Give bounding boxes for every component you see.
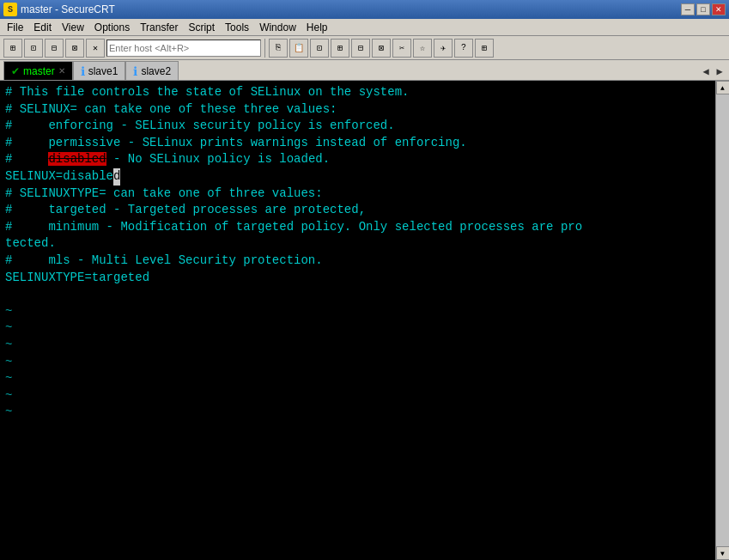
scrollbar-track[interactable] [716,94,729,546]
toolbar-btn-12[interactable]: ✈ [434,39,453,58]
line-tilde-4: ~ [5,354,710,371]
toolbar-btn-4[interactable]: ⊠ [65,39,84,58]
menu-script[interactable]: Script [183,21,220,34]
toolbar-btn-1[interactable]: ⊞ [3,39,22,58]
toolbar-btn-3[interactable]: ⊟ [45,39,64,58]
line-5: # disabled - No SELinux policy is loaded… [5,151,710,168]
toolbar-btn-9[interactable]: ⊠ [372,39,391,58]
toolbar-btn-paste[interactable]: 📋 [289,39,308,58]
title-bar: S master - SecureCRT ─ □ ✕ [0,0,729,19]
tab-slave2[interactable]: ℹ slave2 [125,61,179,80]
menu-options[interactable]: Options [89,21,135,34]
line-8: # targeted - Targeted processes are prot… [5,202,710,219]
menu-view[interactable]: View [57,21,89,34]
line-tilde-6: ~ [5,387,710,405]
tab-slave1[interactable]: ℹ slave1 [73,61,126,80]
scrollbar-down-btn[interactable]: ▼ [716,546,730,560]
toolbar-btn-10[interactable]: ✂ [392,39,411,58]
toolbar-btn-2[interactable]: ⊡ [24,39,43,58]
line-tilde-2: ~ [5,320,710,337]
tab-nav: ◀ ▶ [700,64,726,80]
title-bar-buttons: ─ □ ✕ [681,3,726,15]
app-icon: S [3,3,17,16]
toolbar-btn-13[interactable]: ⊞ [475,39,494,58]
line-9: # minimum - Modification of targeted pol… [5,219,710,236]
toolbar-btn-help[interactable]: ? [454,39,473,58]
line-11: # mls - Multi Level Security protection. [5,253,710,270]
line-13 [5,286,710,303]
tab-master-check-icon: ✔ [11,65,20,77]
line-tilde-5: ~ [5,370,710,387]
minimize-button[interactable]: ─ [681,3,695,15]
close-button[interactable]: ✕ [712,3,726,15]
line-tilde-7: ~ [5,404,710,421]
title-bar-text: master - SecureCRT [21,3,681,15]
scrollbar-up-btn[interactable]: ▲ [716,81,730,94]
line-6: SELINUX=disabled [5,168,710,186]
line-tilde-1: ~ [5,303,710,320]
terminal-container: # This file controls the state of SELinu… [0,81,729,560]
line-3: # enforcing - SELinux security policy is… [5,118,710,135]
tab-bar: ✔ master ✕ ℹ slave1 ℹ slave2 ◀ ▶ [0,60,729,81]
menu-transfer[interactable]: Transfer [135,21,183,34]
menu-window[interactable]: Window [254,21,301,34]
toolbar-btn-7[interactable]: ⊞ [331,39,349,58]
disabled-highlight: disabled [48,152,106,166]
menu-bar: File Edit View Options Transfer Script T… [0,19,729,36]
toolbar-btn-5[interactable]: ✕ [86,39,105,58]
toolbar-btn-8[interactable]: ⊟ [351,39,370,58]
line-4: # permissive - SELinux prints warnings i… [5,135,710,152]
line-10: tected. [5,235,710,253]
cursor: d [113,168,120,186]
tab-nav-prev[interactable]: ◀ [700,64,712,78]
menu-help[interactable]: Help [301,21,333,34]
tab-master[interactable]: ✔ master ✕ [3,61,73,80]
toolbar-separator-1 [264,39,265,58]
tab-master-label: master [23,65,55,77]
menu-edit[interactable]: Edit [28,21,57,34]
tab-slave1-dot-icon: ℹ [81,64,85,78]
toolbar-btn-11[interactable]: ☆ [413,39,432,58]
line-1: # This file controls the state of SELinu… [5,84,710,101]
host-input[interactable] [106,40,261,57]
scrollbar[interactable]: ▲ ▼ [715,81,729,560]
toolbar-btn-copy[interactable]: ⎘ [269,39,288,58]
tab-slave2-label: slave2 [141,65,171,77]
tab-master-close-icon[interactable]: ✕ [58,66,65,76]
tab-nav-next[interactable]: ▶ [714,64,726,78]
toolbar: ⊞ ⊡ ⊟ ⊠ ✕ ⎘ 📋 ⊡ ⊞ ⊟ ⊠ ✂ ☆ ✈ ? ⊞ [0,36,729,60]
line-tilde-3: ~ [5,337,710,354]
line-7: # SELINUXTYPE= can take one of three val… [5,186,710,203]
terminal[interactable]: # This file controls the state of SELinu… [0,81,715,560]
maximize-button[interactable]: □ [696,3,710,15]
menu-tools[interactable]: Tools [220,21,254,34]
tab-slave1-label: slave1 [88,65,118,77]
menu-file[interactable]: File [2,21,28,34]
toolbar-btn-6[interactable]: ⊡ [310,39,329,58]
line-2: # SELINUX= can take one of these three v… [5,101,710,119]
tab-slave2-dot-icon: ℹ [133,64,137,78]
line-12: SELINUXTYPE=targeted [5,270,710,287]
